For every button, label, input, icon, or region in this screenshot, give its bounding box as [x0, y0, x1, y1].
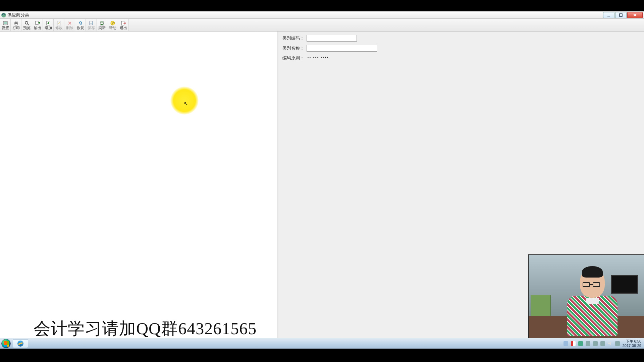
- code-input[interactable]: [307, 35, 357, 42]
- code-label: 类别编码：: [282, 35, 307, 41]
- tray-generic-icon[interactable]: [615, 341, 620, 346]
- minimize-button[interactable]: [603, 12, 614, 18]
- toolbar: 设置打印预览输出增加修改删除恢复保存刷新?帮助退出: [0, 19, 644, 32]
- delete-icon: [67, 20, 72, 26]
- maximize-button[interactable]: [615, 12, 627, 18]
- toolbar-label: 删除: [66, 26, 73, 30]
- print-icon: [13, 20, 19, 26]
- refresh-button[interactable]: 刷新: [97, 19, 107, 31]
- taskbar-clock[interactable]: 下午 6:50 2017-06-29: [623, 339, 641, 347]
- tray-generic-icon[interactable]: [586, 341, 590, 346]
- modify-icon: [56, 20, 62, 26]
- toolbar-label: 退出: [120, 26, 127, 30]
- save-button: 保存: [86, 19, 97, 31]
- help-icon: ?: [110, 20, 115, 26]
- rule-value: ** *** ****: [307, 56, 329, 61]
- close-button[interactable]: [627, 12, 643, 18]
- watermark-text: 会计学习请加QQ群643261565: [34, 317, 257, 340]
- tray-volume-icon[interactable]: [608, 341, 612, 346]
- svg-rect-21: [90, 23, 92, 25]
- clock-date: 2017-06-29: [623, 344, 641, 348]
- save-icon: [89, 20, 94, 26]
- start-button[interactable]: [1, 339, 11, 348]
- add-icon: [46, 20, 51, 26]
- output-icon: [35, 20, 40, 26]
- name-input[interactable]: [307, 45, 377, 52]
- tray-generic-icon[interactable]: [600, 341, 605, 346]
- delete-button: 删除: [64, 19, 75, 31]
- tray-chevron-icon[interactable]: [564, 341, 568, 346]
- restore-button[interactable]: 恢复: [75, 19, 86, 31]
- toolbar-label: 预览: [23, 26, 31, 30]
- webcam-overlay: [528, 254, 644, 340]
- refresh-icon: [99, 20, 105, 26]
- ie-icon: [17, 341, 23, 347]
- toolbar-label: 输出: [34, 26, 41, 30]
- toolbar-label: 打印: [12, 26, 20, 30]
- name-label: 类别名称：: [282, 45, 307, 51]
- toolbar-label: 刷新: [98, 26, 106, 30]
- tree-pane: ↖ 会计学习请加QQ群643261565: [0, 32, 278, 349]
- settings-icon: [3, 20, 8, 26]
- toolbar-label: 修改: [55, 26, 63, 30]
- print-button[interactable]: 打印: [11, 19, 21, 31]
- toolbar-label: 增加: [45, 26, 52, 30]
- svg-point-10: [25, 21, 28, 24]
- svg-line-11: [28, 24, 29, 25]
- svg-rect-20: [90, 21, 92, 23]
- svg-rect-4: [3, 21, 7, 25]
- rule-label: 编码原则：: [282, 55, 307, 61]
- taskbar-app-ie[interactable]: [13, 339, 28, 348]
- svg-rect-12: [36, 21, 38, 24]
- toolbar-label: 帮助: [109, 26, 116, 30]
- exit-button[interactable]: 退出: [118, 19, 129, 31]
- click-highlight: [170, 86, 199, 115]
- toolbar-label: 设置: [2, 26, 9, 30]
- system-tray: 下午 6:50 2017-06-29: [564, 339, 643, 347]
- restore-icon: [78, 20, 83, 26]
- toolbar-label: 恢复: [77, 26, 84, 30]
- preview-button[interactable]: 预览: [21, 19, 32, 31]
- toolbar-label: 保存: [88, 26, 95, 30]
- svg-text:?: ?: [111, 21, 113, 25]
- settings-button[interactable]: 设置: [0, 19, 11, 31]
- taskbar: 下午 6:50 2017-06-29: [0, 338, 644, 349]
- title-bar: 供应商分类: [0, 11, 644, 19]
- tray-network-icon[interactable]: [578, 341, 583, 346]
- exit-icon: [121, 20, 126, 26]
- clock-time: 下午 6:50: [623, 339, 641, 343]
- window-title: 供应商分类: [7, 12, 29, 18]
- preview-icon: [24, 20, 30, 26]
- svg-rect-9: [15, 24, 17, 25]
- app-icon: [1, 13, 6, 17]
- output-button[interactable]: 输出: [32, 19, 43, 31]
- svg-rect-8: [15, 21, 17, 22]
- help-button[interactable]: ?帮助: [107, 19, 118, 31]
- modify-button: 修改: [54, 19, 64, 31]
- add-button[interactable]: 增加: [43, 19, 54, 31]
- tray-generic-icon[interactable]: [593, 341, 598, 346]
- tray-action-center-icon[interactable]: [571, 341, 576, 346]
- svg-rect-1: [620, 14, 622, 16]
